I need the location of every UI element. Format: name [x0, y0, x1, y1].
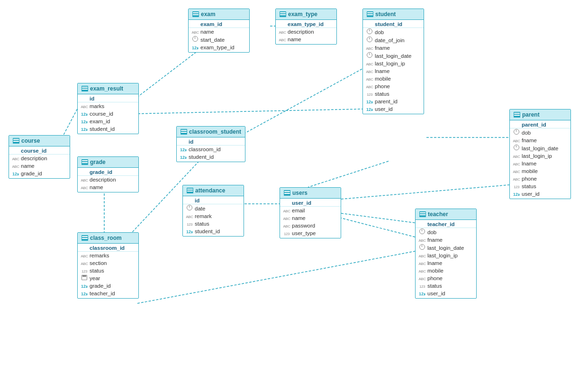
table-header-classroom_student: classroom_student: [177, 127, 245, 137]
table-icon-course: [13, 138, 19, 144]
table-label-attendance: attendance: [195, 187, 225, 194]
erd-canvas: examexam_idABCnamestart_date12₃exam_type…: [0, 0, 588, 374]
field-course-description: ABCdescription: [9, 155, 70, 162]
field-exam_result-student_id: 12₃student_id: [78, 125, 138, 133]
field-class_room-grade_id: 12₃grade_id: [78, 282, 138, 290]
field-grade-name: ABCname: [78, 183, 138, 191]
field-teacher-last_login_date: last_login_date: [416, 244, 476, 252]
field-users-password: ABCpassword: [280, 222, 341, 229]
field-parent-last_login_ip: ABClast_login_ip: [510, 152, 570, 160]
table-label-class_room: class_room: [90, 235, 122, 241]
field-teacher-lname: ABClname: [416, 259, 476, 267]
field-class_room-classroom_id: classroom_id: [78, 245, 138, 252]
svg-line-2: [134, 109, 362, 114]
table-icon-teacher: [419, 211, 426, 217]
field-teacher-dob: dob: [416, 228, 476, 236]
table-icon-attendance: [187, 188, 193, 193]
svg-line-5: [308, 161, 389, 187]
table-course: coursecourse_idABCdescriptionABCname12₃g…: [9, 135, 70, 179]
table-users: usersuser_idABCemailABCnameABCpassword12…: [280, 187, 341, 238]
table-body-users: user_idABCemailABCnameABCpassword123user…: [280, 199, 341, 238]
field-student-fname: ABCfname: [363, 44, 424, 52]
field-student-student_id: student_id: [363, 21, 424, 28]
table-body-exam_type: exam_type_idABCdescriptionABCname: [276, 20, 336, 44]
table-icon-exam: [192, 11, 199, 17]
svg-line-12: [137, 251, 415, 303]
field-student-parent_id: 12₃parent_id: [363, 98, 424, 105]
field-attendance-remark: ABCremark: [183, 212, 244, 220]
table-icon-student: [367, 11, 373, 17]
field-class_room-remarks: ABCremarks: [78, 252, 138, 259]
field-users-email: ABCemail: [280, 207, 341, 214]
table-label-course: course: [21, 137, 40, 144]
field-exam-name: ABCname: [189, 28, 249, 36]
field-exam-start_date: start_date: [189, 36, 249, 44]
field-course-grade_id: 12₃grade_id: [9, 170, 70, 177]
field-exam-exam_type_id: 12₃exam_type_id: [189, 44, 249, 51]
table-label-users: users: [292, 190, 308, 196]
field-exam_result-marks: ABCmarks: [78, 102, 138, 110]
table-label-classroom_student: classroom_student: [189, 128, 241, 135]
table-body-classroom_student: id12₃classroom_id12₃student_id: [177, 137, 245, 162]
field-parent-fname: ABCfname: [510, 137, 570, 144]
table-header-attendance: attendance: [183, 185, 244, 196]
field-exam-exam_id: exam_id: [189, 21, 249, 28]
table-attendance: attendanceiddateABCremark123status12₃stu…: [182, 185, 244, 237]
table-header-exam_result: exam_result: [78, 83, 138, 94]
field-student-status: 123status: [363, 90, 424, 98]
field-parent-mobile: ABCmobile: [510, 167, 570, 175]
table-parent: parentparent_iddobABCfnamelast_login_dat…: [509, 109, 571, 199]
field-teacher-user_id: 12₃user_id: [416, 290, 476, 297]
table-label-grade: grade: [90, 159, 106, 165]
table-label-parent: parent: [522, 111, 540, 118]
field-exam_result-exam_id: 12₃exam_id: [78, 118, 138, 125]
field-classroom_student-id: id: [177, 138, 245, 146]
field-classroom_student-classroom_id: 12₃classroom_id: [177, 146, 245, 153]
field-course-name: ABCname: [9, 162, 70, 170]
table-label-exam_result: exam_result: [90, 85, 123, 92]
field-users-name: ABCname: [280, 214, 341, 222]
table-label-student: student: [375, 11, 396, 18]
field-parent-phone: ABCphone: [510, 175, 570, 182]
table-header-course: course: [9, 136, 70, 146]
field-parent-last_login_date: last_login_date: [510, 144, 570, 152]
field-teacher-teacher_id: teacher_id: [416, 221, 476, 228]
field-exam_type-description: ABCdescription: [276, 28, 336, 36]
field-teacher-last_login_ip: ABClast_login_ip: [416, 252, 476, 259]
table-icon-exam_type: [280, 11, 286, 17]
field-grade-grade_id: grade_id: [78, 169, 138, 176]
table-header-grade: grade: [78, 157, 138, 168]
field-users-user_type: 123user_type: [280, 229, 341, 237]
table-header-exam: exam: [189, 9, 249, 20]
field-student-dob: dob: [363, 28, 424, 36]
table-icon-classroom_student: [181, 129, 187, 135]
field-parent-lname: ABClname: [510, 160, 570, 167]
table-exam: examexam_idABCnamestart_date12₃exam_type…: [188, 9, 250, 53]
field-student-user_id: 12₃user_id: [363, 105, 424, 113]
table-body-parent: parent_iddobABCfnamelast_login_dateABCla…: [510, 120, 570, 199]
field-course-course_id: course_id: [9, 147, 70, 155]
table-classroom_student: classroom_studentid12₃classroom_id12₃stu…: [176, 126, 245, 162]
table-grade: gradegrade_idABCdescriptionABCname: [77, 156, 139, 192]
table-header-users: users: [280, 188, 341, 199]
field-teacher-phone: ABCphone: [416, 274, 476, 282]
table-header-class_room: class_room: [78, 233, 138, 244]
table-body-student: student_iddobdate_of_joinABCfnamelast_lo…: [363, 20, 424, 114]
table-body-grade: grade_idABCdescriptionABCname: [78, 168, 138, 192]
field-attendance-id: id: [183, 197, 244, 204]
svg-line-10: [341, 213, 415, 223]
field-teacher-mobile: ABCmobile: [416, 267, 476, 274]
table-student: studentstudent_iddobdate_of_joinABCfname…: [362, 9, 424, 114]
field-parent-dob: dob: [510, 128, 570, 137]
table-header-exam_type: exam_type: [276, 9, 336, 20]
field-parent-status: 123status: [510, 182, 570, 190]
table-header-parent: parent: [510, 109, 570, 120]
table-body-exam: exam_idABCnamestart_date12₃exam_type_id: [189, 20, 249, 52]
field-student-last_login_date: last_login_date: [363, 52, 424, 60]
field-exam_type-name: ABCname: [276, 36, 336, 43]
field-student-lname: ABClname: [363, 67, 424, 75]
field-exam_result-id: id: [78, 95, 138, 102]
field-classroom_student-student_id: 12₃student_id: [177, 153, 245, 161]
field-attendance-status: 123status: [183, 220, 244, 228]
field-class_room-teacher_id: 12₃teacher_id: [78, 290, 138, 297]
